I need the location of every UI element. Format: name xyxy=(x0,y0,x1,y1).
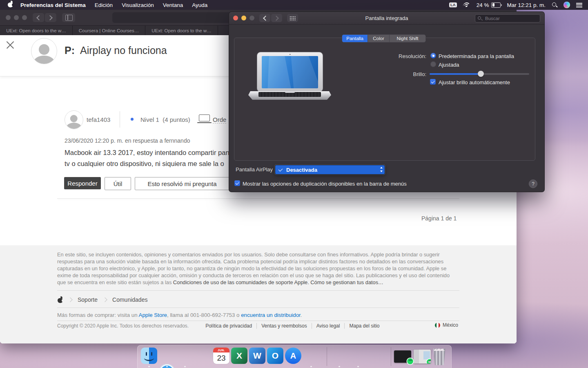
finder-icon[interactable] xyxy=(141,348,157,364)
apple-logo-icon xyxy=(8,1,13,7)
battery-percent: 24 % xyxy=(477,2,489,8)
auto-brightness-checkbox[interactable] xyxy=(430,79,436,85)
close-window-button[interactable] xyxy=(6,15,11,20)
macbook-base xyxy=(248,91,331,100)
legal-link[interactable]: Aviso legal xyxy=(312,323,345,329)
resolution-scaled-label[interactable]: Ajustada xyxy=(439,62,459,68)
post-author-name[interactable]: tefa1403 xyxy=(87,116,110,123)
privacy-link[interactable]: Política de privacidad xyxy=(201,323,256,329)
mirroring-checkbox[interactable] xyxy=(234,180,240,186)
apple-store-link[interactable]: Apple Store xyxy=(139,312,167,318)
trash-icon[interactable] xyxy=(432,348,446,365)
breadcrumb-soporte[interactable]: Soporte xyxy=(78,296,98,303)
airplay-label: Pantalla AirPlay xyxy=(236,166,273,173)
battery-icon xyxy=(491,2,501,8)
show-all-grid-icon[interactable] xyxy=(287,14,298,22)
outlook-icon[interactable]: O xyxy=(267,348,283,364)
tab-pantalla[interactable]: Pantalla xyxy=(342,35,368,42)
menu-bar: Preferencias del Sistema Edición Visuali… xyxy=(0,0,588,10)
thread-title: P:Airplay no funciona xyxy=(65,45,167,56)
minimize-window-button[interactable] xyxy=(14,15,19,20)
wifi-icon[interactable] xyxy=(463,2,470,8)
site-footer: En este sitio, se incluyen contenidos, o… xyxy=(0,245,517,343)
tab-color[interactable]: Color xyxy=(368,35,389,42)
popup-arrows-icon xyxy=(380,166,383,173)
running-dot xyxy=(357,366,359,368)
menu-ayuda[interactable]: Ayuda xyxy=(192,2,207,8)
breadcrumb-comunidades[interactable]: Comunidades xyxy=(112,296,147,303)
spotlight-icon[interactable] xyxy=(552,2,557,8)
tab-uext-2[interactable]: UExt: Open doors to the w… xyxy=(145,26,218,35)
useful-button[interactable]: Útil xyxy=(105,177,131,190)
shop-line: Más formas de comprar: visita un Apple S… xyxy=(57,312,302,318)
calendar-icon[interactable]: JUN. 23 xyxy=(213,348,229,364)
brightness-slider[interactable] xyxy=(430,73,529,75)
tab-coursera[interactable]: Coursera | Online Courses… xyxy=(73,26,145,35)
dock-divider xyxy=(327,347,327,366)
spotify-mini-badge-icon xyxy=(407,358,413,364)
sidebar-toggle-icon[interactable] xyxy=(62,13,75,22)
region-selector[interactable]: México xyxy=(435,322,458,328)
menu-edicion[interactable]: Edición xyxy=(95,2,113,8)
prefs-tabs: Pantalla Color Night Shift xyxy=(342,34,426,43)
sitemap-link[interactable]: Mapa del sitio xyxy=(344,323,384,329)
reply-button[interactable]: Responder xyxy=(64,177,101,189)
input-source-badge[interactable]: LA xyxy=(449,2,457,8)
excel-icon[interactable]: X xyxy=(231,348,247,364)
mirroring-label[interactable]: Mostrar las opciones de duplicación disp… xyxy=(243,181,407,187)
reseller-link[interactable]: encuentra un distribuidor xyxy=(241,312,301,318)
apple-menu[interactable] xyxy=(8,1,13,9)
post-author-level: Nivel 1 (4 puntos) xyxy=(140,116,190,123)
resolution-default-radio[interactable] xyxy=(430,53,436,58)
forward-button[interactable] xyxy=(271,14,282,22)
app-store-icon[interactable]: A xyxy=(285,348,301,364)
terms-link[interactable]: Condiciones de uso de las comunidades de… xyxy=(173,279,309,285)
brightness-slider-thumb[interactable] xyxy=(478,71,484,77)
back-button[interactable] xyxy=(33,13,44,22)
airplay-dropdown-open[interactable]: Desactivada xyxy=(275,165,385,175)
pagination-label: Página 1 de 1 xyxy=(421,215,457,222)
sales-link[interactable]: Ventas y reembolsos xyxy=(256,323,311,329)
tab-uext-1[interactable]: UExt: Open doors to the w… xyxy=(0,26,73,35)
prefs-search-field[interactable] xyxy=(475,14,540,22)
chevron-right-icon xyxy=(102,297,107,302)
minimized-spotify-window[interactable] xyxy=(394,350,411,363)
running-dot xyxy=(166,366,168,368)
resolution-scaled-radio[interactable] xyxy=(430,61,436,67)
resolution-default-label[interactable]: Predeterminada para la pantalla xyxy=(439,53,514,59)
tab-night-shift[interactable]: Night Shift xyxy=(389,35,425,42)
minimized-whatsapp-window[interactable] xyxy=(414,350,431,364)
dock-divider xyxy=(391,347,391,366)
check-icon xyxy=(278,167,283,171)
help-button[interactable]: ? xyxy=(529,180,537,188)
back-button[interactable] xyxy=(259,14,270,22)
chevron-right-icon xyxy=(68,297,72,302)
system-preferences-window: Pantalla integrada Pantalla Color Night … xyxy=(229,11,545,192)
footer-divider-3 xyxy=(57,321,459,321)
copyright-row: Copyright © 2020 Apple Inc. Todos los de… xyxy=(57,323,459,329)
device-link[interactable]: Orde xyxy=(213,116,226,123)
thread-divider xyxy=(57,198,459,199)
menu-clock[interactable]: Mar 12:21 p. m. xyxy=(507,2,546,8)
battery-status[interactable]: 24 % xyxy=(477,2,501,8)
solved-button[interactable]: Esto resolvió mi pregunta xyxy=(135,177,229,190)
post-date: 23/06/2020 12:20 p. m. en respuesta a fe… xyxy=(65,137,190,144)
dock: JUN. 23 X W O A 3 xyxy=(137,345,452,368)
zoom-window-button[interactable] xyxy=(22,15,27,20)
menu-visualizacion[interactable]: Visualización xyxy=(122,2,154,8)
data-management-link[interactable]: Cómo se gestionan tus datos… xyxy=(310,279,383,285)
siri-icon[interactable] xyxy=(564,2,570,8)
word-icon[interactable]: W xyxy=(249,348,265,364)
level-dot-icon xyxy=(131,118,134,121)
apple-logo-icon[interactable] xyxy=(58,297,63,303)
menu-ventana[interactable]: Ventana xyxy=(163,2,183,8)
brightness-label: Brillo: xyxy=(368,71,426,77)
forward-button[interactable] xyxy=(45,13,56,22)
desktop-wallpaper: Preferencias del Sistema Edición Visuali… xyxy=(0,0,588,368)
macbook-illustration xyxy=(257,52,323,92)
auto-brightness-label[interactable]: Ajustar brillo automáticamente xyxy=(439,79,510,85)
menu-app-name[interactable]: Preferencias del Sistema xyxy=(20,2,86,8)
running-dot xyxy=(310,366,312,368)
close-icon[interactable] xyxy=(6,40,15,49)
notification-center-icon[interactable] xyxy=(576,3,582,7)
